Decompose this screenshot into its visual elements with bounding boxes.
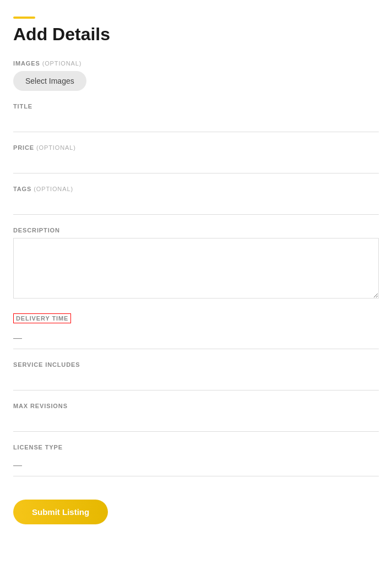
license-type-field-group: LICENSE TYPE —: [13, 444, 379, 476]
max-revisions-input[interactable]: [13, 414, 379, 432]
price-field-group: PRICE (OPTIONAL): [13, 144, 379, 173]
select-images-button[interactable]: Select Images: [13, 71, 86, 91]
price-label: PRICE (OPTIONAL): [13, 144, 379, 151]
max-revisions-field-group: MAX REVISIONS: [13, 403, 379, 432]
license-type-dropdown-wrapper: —: [13, 455, 379, 476]
tags-input[interactable]: [13, 197, 379, 215]
delivery-time-field-group: DELIVERY TIME —: [13, 313, 379, 349]
images-field-group: IMAGES (OPTIONAL) Select Images: [13, 60, 379, 91]
page-container: Add Details IMAGES (OPTIONAL) Select Ima…: [0, 0, 392, 546]
tags-label: TAGS (OPTIONAL): [13, 186, 379, 192]
delivery-time-value[interactable]: —: [13, 328, 379, 349]
page-title: Add Details: [13, 24, 379, 45]
title-input[interactable]: [13, 114, 379, 132]
service-includes-field-group: SERVICE INCLUDES: [13, 361, 379, 391]
accent-line: [13, 17, 35, 19]
title-label: TITLE: [13, 103, 379, 110]
tags-field-group: TAGS (OPTIONAL): [13, 186, 379, 215]
description-field-group: DESCRIPTION: [13, 227, 379, 301]
description-input[interactable]: [13, 238, 379, 299]
license-type-label: LICENSE TYPE: [13, 444, 379, 451]
price-input[interactable]: [13, 155, 379, 173]
service-includes-input[interactable]: [13, 372, 379, 391]
license-type-value[interactable]: —: [13, 455, 379, 476]
title-field-group: TITLE: [13, 103, 379, 132]
delivery-time-label: DELIVERY TIME: [13, 313, 71, 323]
images-label: IMAGES (OPTIONAL): [13, 60, 379, 67]
description-label: DESCRIPTION: [13, 227, 379, 234]
submit-listing-button[interactable]: Submit Listing: [13, 500, 108, 524]
service-includes-label: SERVICE INCLUDES: [13, 361, 379, 368]
delivery-time-dropdown-wrapper: —: [13, 328, 379, 349]
max-revisions-label: MAX REVISIONS: [13, 403, 379, 409]
